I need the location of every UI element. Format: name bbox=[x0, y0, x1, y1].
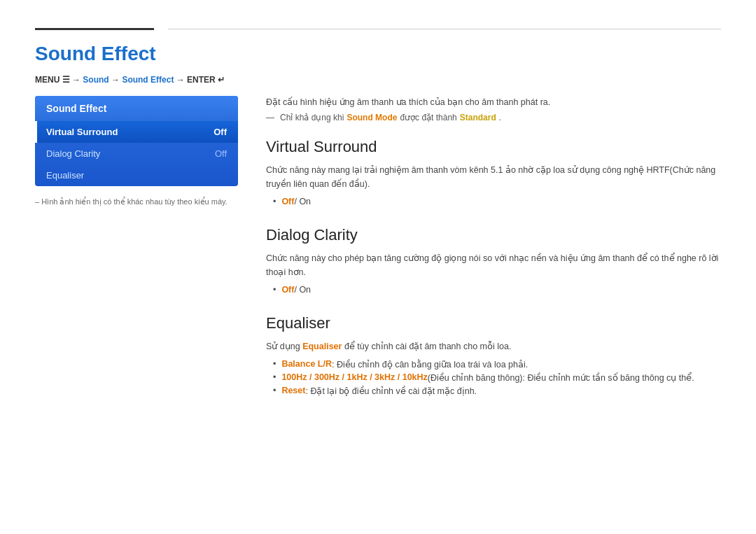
enter-icon: ↵ bbox=[218, 75, 225, 85]
freq-desc: (Điều chỉnh băng thông): Điều chỉnh mức … bbox=[428, 372, 694, 383]
top-line-accent bbox=[35, 28, 154, 30]
freq-label: 100Hz / 300Hz / 1kHz / 3kHz / 10kHz bbox=[281, 372, 427, 382]
content-layout: Sound Effect Virtual Surround Off Dialog… bbox=[35, 96, 721, 399]
menu-box-title: Sound Effect bbox=[35, 96, 238, 121]
section-desc-virtual-surround: Chức năng này mang lại trải nghiệm âm th… bbox=[266, 163, 721, 191]
equaliser-desc-rest: để tùy chỉnh cài đặt âm thanh cho mỗi lo… bbox=[344, 342, 512, 351]
breadcrumb-sound-effect: Sound Effect bbox=[122, 75, 174, 85]
breadcrumb-arrow3: → bbox=[176, 75, 187, 85]
section-divider-2 bbox=[266, 297, 721, 310]
breadcrumb: MENU ☰ → Sound → Sound Effect → ENTER ↵ bbox=[35, 75, 721, 85]
section-divider-1 bbox=[266, 209, 721, 222]
section-desc-dialog-clarity: Chức năng này cho phép bạn tăng cường độ… bbox=[266, 251, 721, 279]
bullet-frequencies: 100Hz / 300Hz / 1kHz / 3kHz / 10kHz (Điề… bbox=[266, 372, 721, 383]
section-desc-equaliser: Sử dụng Equaliser để tùy chỉnh cài đặt â… bbox=[266, 339, 721, 353]
right-note-mid: được đặt thành bbox=[400, 113, 456, 122]
footnote: – Hình ảnh hiển thị có thể khác nhau tùy… bbox=[35, 197, 238, 206]
top-decorative-line bbox=[35, 28, 721, 30]
menu-item-equaliser[interactable]: Equaliser bbox=[35, 164, 238, 186]
menu-item-label: Dialog Clarity bbox=[46, 148, 100, 159]
balance-desc: : Điều chỉnh độ cân bằng giữa loa trái v… bbox=[332, 359, 528, 370]
right-intro-text: Đặt cấu hình hiệu ứng âm thanh ưa thích … bbox=[266, 96, 721, 109]
menu-item-label: Virtual Surround bbox=[46, 127, 118, 137]
bullet-on-label: / On bbox=[294, 197, 311, 206]
top-line-separator bbox=[168, 29, 721, 29]
bullet-dialog-clarity-off-on: Off / On bbox=[266, 285, 721, 295]
bullet-balance-lr: Balance L/R : Điều chỉnh độ cân bằng giữ… bbox=[266, 359, 721, 370]
right-note-prefix: Chỉ khả dụng khi bbox=[280, 113, 344, 122]
section-title-equaliser: Equaliser bbox=[266, 314, 721, 332]
bullet-virtual-surround-off-on: Off / On bbox=[266, 197, 721, 206]
breadcrumb-menu: MENU ☰ bbox=[35, 75, 70, 85]
section-title-virtual-surround: Virtual Surround bbox=[266, 138, 721, 156]
bullet-on-label-2: / On bbox=[294, 285, 311, 295]
right-note: Chỉ khả dụng khi Sound Mode được đặt thà… bbox=[266, 113, 721, 122]
page-title: Sound Effect bbox=[35, 43, 721, 65]
menu-item-value: Off bbox=[214, 127, 227, 137]
section-title-dialog-clarity: Dialog Clarity bbox=[266, 226, 721, 244]
menu-item-label: Equaliser bbox=[46, 170, 84, 181]
equaliser-desc-prefix: Sử dụng bbox=[266, 342, 302, 351]
balance-label: Balance L/R bbox=[281, 359, 332, 369]
menu-item-value: Off bbox=[215, 148, 227, 159]
bullet-off-label: Off bbox=[281, 197, 294, 206]
equaliser-highlight: Equaliser bbox=[302, 342, 342, 351]
right-panel: Đặt cấu hình hiệu ứng âm thanh ưa thích … bbox=[266, 96, 721, 399]
menu-item-virtual-surround[interactable]: Virtual Surround Off bbox=[35, 121, 238, 143]
bullet-reset: Reset : Đặt lại bộ điều chỉnh về cài đặt… bbox=[266, 386, 721, 396]
breadcrumb-arrow1: → bbox=[72, 75, 83, 85]
breadcrumb-sound: Sound bbox=[83, 75, 108, 85]
menu-icon: ☰ bbox=[62, 75, 70, 85]
menu-item-dialog-clarity[interactable]: Dialog Clarity Off bbox=[35, 143, 238, 164]
left-panel: Sound Effect Virtual Surround Off Dialog… bbox=[35, 96, 238, 399]
right-note-end: . bbox=[499, 113, 501, 122]
reset-desc: : Đặt lại bộ điều chỉnh về cài đặt mặc đ… bbox=[305, 386, 477, 396]
bullet-off-label-2: Off bbox=[281, 285, 294, 295]
breadcrumb-arrow2: → bbox=[111, 75, 122, 85]
reset-label: Reset bbox=[281, 386, 305, 395]
standard-highlight: Standard bbox=[460, 113, 496, 122]
menu-box: Sound Effect Virtual Surround Off Dialog… bbox=[35, 96, 238, 186]
sound-mode-highlight: Sound Mode bbox=[346, 113, 397, 122]
breadcrumb-enter: ENTER ↵ bbox=[187, 75, 225, 85]
